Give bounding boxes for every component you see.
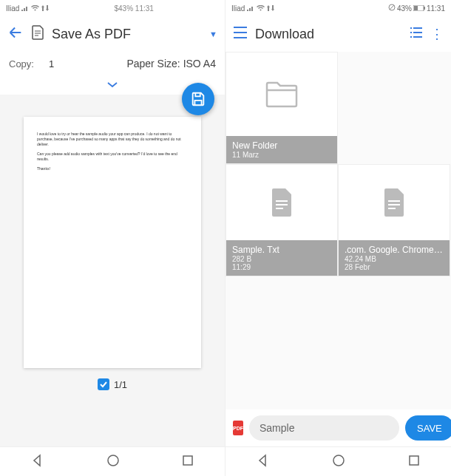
battery-icon <box>413 4 425 13</box>
nav-home-icon[interactable] <box>106 454 120 470</box>
preview-text-3: Thanks! <box>37 166 188 171</box>
page-preview[interactable]: I would love to try or hear the sample a… <box>24 117 201 368</box>
save-fab[interactable] <box>182 83 214 115</box>
svg-rect-7 <box>410 456 418 465</box>
svg-point-6 <box>333 455 344 466</box>
right-pane: Iliad 43% 11:31 Download ⋮ <box>226 0 451 476</box>
battery-pct: 43% <box>397 4 412 13</box>
svg-rect-4 <box>414 6 418 10</box>
svg-point-0 <box>108 455 118 466</box>
file-tile-folder[interactable]: New Folder 11 Marz <box>226 52 338 164</box>
file-size: 42.24 MB <box>345 255 444 263</box>
save-disk-icon <box>190 91 206 107</box>
signal-icon <box>21 5 29 11</box>
app-bar-left: Save As PDF ▼ <box>0 16 225 52</box>
status-bar-left: Iliad $43% 11:31 <box>0 0 225 16</box>
nav-home-icon[interactable] <box>332 454 345 470</box>
nav-back-icon[interactable] <box>31 454 44 470</box>
chevron-down-icon <box>106 81 118 89</box>
preview-text-2: Can you please add audio samples with te… <box>37 152 188 162</box>
svg-rect-5 <box>424 7 425 10</box>
list-view-icon[interactable] <box>410 27 423 41</box>
menu-icon[interactable] <box>233 27 248 41</box>
file-tile-chrome[interactable]: .com. Google. Chrome.... 42.24 MB 28 Feb… <box>338 164 450 276</box>
svg-rect-1 <box>183 456 192 465</box>
nav-recent-icon[interactable] <box>182 455 194 469</box>
status-center: $43% 11:31 <box>49 4 219 13</box>
preview-text-1: I would love to try or hear the sample a… <box>37 132 188 147</box>
dropdown-icon[interactable]: ▼ <box>209 30 217 38</box>
page-indicator: 1/1 <box>114 379 127 390</box>
dnd-icon <box>388 4 396 13</box>
carrier-label: Iliad <box>231 4 245 13</box>
document-icon <box>31 25 44 43</box>
nav-bar-left <box>0 446 225 476</box>
checkbox-icon <box>98 378 109 390</box>
back-icon[interactable] <box>7 24 24 44</box>
nav-bar-right <box>226 446 451 476</box>
copy-value[interactable]: 1 <box>49 58 54 69</box>
wifi-icon <box>257 4 265 13</box>
save-bar: PDF SAVE <box>226 409 451 446</box>
file-date: 11:29 <box>232 263 331 271</box>
file-date: 28 Febr <box>345 263 444 271</box>
save-button[interactable]: SAVE <box>405 415 451 441</box>
left-pane: Iliad $43% 11:31 Save As PDF ▼ <box>0 0 226 476</box>
arrows-icon <box>41 4 49 13</box>
nav-recent-icon[interactable] <box>408 455 420 469</box>
file-meta: 11 Marz <box>232 151 331 159</box>
preview-area: I would love to try or hear the sample a… <box>0 95 225 446</box>
signal-icon <box>247 4 254 13</box>
more-icon[interactable]: ⋮ <box>430 26 444 42</box>
file-grid: New Folder 11 Marz Sample. Txt 282 B 11:… <box>226 52 451 409</box>
page-selector[interactable]: 1/1 <box>98 378 127 390</box>
page-title-left: Save As PDF <box>52 27 199 42</box>
file-icon <box>383 188 405 217</box>
file-name: .com. Google. Chrome.... <box>345 245 444 255</box>
file-name: New Folder <box>232 140 331 151</box>
paper-size[interactable]: Paper Size: ISO A4 <box>126 58 216 69</box>
filename-input[interactable] <box>249 415 399 441</box>
time-label: 11:31 <box>427 4 445 13</box>
carrier-label: Iliad <box>6 4 19 13</box>
pdf-badge: PDF <box>233 421 243 435</box>
wifi-icon <box>31 4 39 13</box>
arrows-icon <box>267 4 274 13</box>
copy-label: Copy: <box>9 58 34 69</box>
status-bar-right: Iliad 43% 11:31 <box>226 0 451 16</box>
file-size: 282 B <box>232 255 331 263</box>
print-options: Copy: 1 Paper Size: ISO A4 <box>0 52 225 75</box>
folder-icon <box>265 81 298 108</box>
page-title-right: Download <box>255 27 402 42</box>
file-name: Sample. Txt <box>232 245 331 255</box>
file-tile-txt[interactable]: Sample. Txt 282 B 11:29 <box>226 164 338 276</box>
file-icon <box>271 188 293 217</box>
app-bar-right: Download ⋮ <box>226 16 451 52</box>
nav-back-icon[interactable] <box>257 454 270 470</box>
